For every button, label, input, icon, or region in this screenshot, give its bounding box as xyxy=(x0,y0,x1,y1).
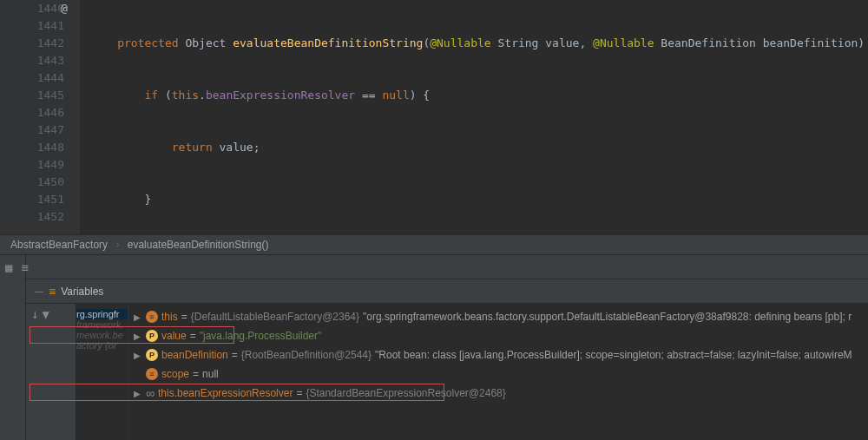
expand-icon[interactable]: ▶ xyxy=(134,389,142,398)
override-icon: @ xyxy=(61,0,68,17)
param-icon: P xyxy=(146,330,158,342)
filter-icon[interactable]: ▼ xyxy=(42,307,49,326)
code-editor[interactable]: protected Object evaluateBeanDefinitionS… xyxy=(80,0,868,234)
variables-tree[interactable]: ▶ ≡ this = {DefaultListableBeanFactory@2… xyxy=(128,304,868,440)
frames-list[interactable]: rg.springfr framework. mework.be actory … xyxy=(76,304,128,440)
watch-icon: ∞ xyxy=(146,386,155,400)
param-icon: P xyxy=(146,349,158,361)
layout-icon[interactable]: ▦ xyxy=(5,260,12,274)
expand-icon[interactable]: ▶ xyxy=(134,351,142,360)
object-icon: ≡ xyxy=(146,368,158,380)
var-scope[interactable]: ▶ ≡ scope = null xyxy=(128,364,868,384)
var-beanexpressionresolver[interactable]: ▶ ∞ this.beanExpressionResolver = {Stand… xyxy=(128,384,868,403)
debug-tool-window-tabs[interactable] xyxy=(0,279,26,440)
download-icon[interactable]: ↓ xyxy=(31,307,38,326)
var-beandefinition[interactable]: ▶ P beanDefinition = {RootBeanDefinition… xyxy=(128,345,868,364)
breadcrumb-class[interactable]: AbstractBeanFactory xyxy=(10,239,108,251)
var-value[interactable]: ▶ P value = "java.lang.ProcessBuilder" xyxy=(128,326,868,345)
expand-icon[interactable]: ▶ xyxy=(134,332,142,341)
debug-actions-column: ↓ ▼ xyxy=(26,304,76,440)
breadcrumb-method[interactable]: evaluateBeanDefinitionString() xyxy=(128,239,269,251)
list-icon: ≡ xyxy=(49,285,56,299)
var-this[interactable]: ▶ ≡ this = {DefaultListableBeanFactory@2… xyxy=(128,307,868,326)
line-gutter: @ 1440 1441 1442 1443 1444 1445 1446 144… xyxy=(0,0,80,234)
object-icon: ≡ xyxy=(146,311,158,323)
list-icon[interactable]: ≡ xyxy=(21,260,28,274)
chevron-right-icon: › xyxy=(115,239,119,251)
variables-header: — ≡ Variables xyxy=(26,279,868,304)
breadcrumb[interactable]: AbstractBeanFactory › evaluateBeanDefini… xyxy=(0,234,868,255)
expand-icon[interactable]: ▶ xyxy=(134,312,142,322)
